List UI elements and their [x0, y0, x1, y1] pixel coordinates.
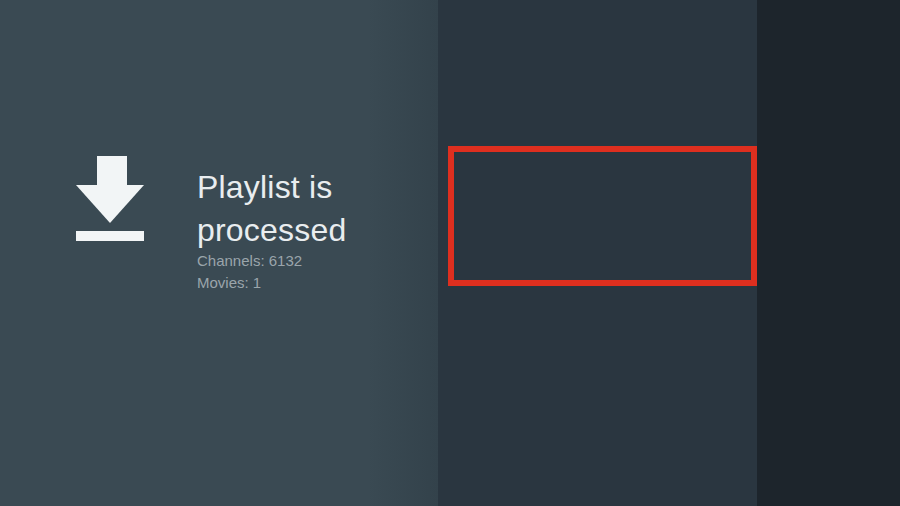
playlist-stats: Channels: 6132 Movies: 1 [197, 250, 302, 294]
playlist-processed-screen: Playlist is processed Channels: 6132 Mov… [0, 0, 900, 506]
actions-form-panel: Playlist name iconic-streams.com [438, 0, 757, 506]
page-title: Playlist is processed [197, 166, 407, 252]
movies-count: Movies: 1 [197, 272, 302, 294]
action-panel: Done Back [757, 0, 900, 506]
download-icon [76, 156, 144, 241]
guidance-panel: Playlist is processed Channels: 6132 Mov… [0, 0, 438, 506]
channels-count: Channels: 6132 [197, 250, 302, 272]
